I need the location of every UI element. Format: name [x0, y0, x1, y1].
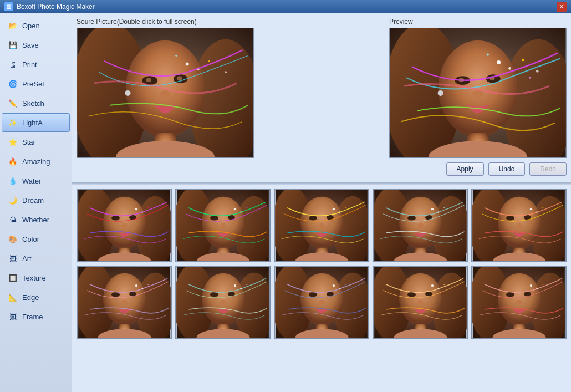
thumb-image — [176, 190, 269, 261]
sketch-icon: ✏️ — [7, 97, 19, 109]
sidebar-label-sketch: Sketch — [22, 99, 44, 108]
svg-point-29 — [497, 60, 501, 64]
svg-point-8 — [160, 90, 171, 98]
svg-point-13 — [197, 68, 200, 70]
svg-point-81 — [437, 211, 439, 213]
svg-point-30 — [508, 67, 511, 70]
svg-point-77 — [417, 223, 424, 228]
art-icon: 🖼 — [7, 252, 19, 264]
svg-point-32 — [536, 70, 539, 73]
thumb-image — [78, 267, 171, 338]
source-section: Soure Picture(Double click to full scree… — [77, 18, 254, 158]
close-button[interactable]: ✕ — [557, 2, 567, 12]
sidebar-item-whether[interactable]: 🌤Whether — [2, 210, 70, 229]
svg-point-74 — [399, 197, 442, 249]
source-image — [77, 28, 253, 157]
svg-point-93 — [536, 211, 538, 213]
thumb-item[interactable] — [274, 266, 369, 339]
sidebar-label-preset: PreSet — [22, 80, 44, 88]
sidebar-label-print: Print — [22, 60, 37, 69]
svg-point-7 — [177, 76, 182, 80]
sidebar-item-water[interactable]: 💧Water — [2, 171, 70, 190]
svg-point-86 — [498, 197, 541, 249]
sidebar-label-water: Water — [22, 177, 41, 185]
sidebar-item-color[interactable]: 🎨Color — [2, 230, 70, 248]
lighta-icon: ✨ — [7, 116, 19, 129]
thumb-item[interactable] — [77, 266, 172, 339]
sidebar-item-frame[interactable]: 🖼Frame — [2, 307, 70, 326]
sidebar-item-art[interactable]: 🖼Art — [2, 249, 70, 268]
sidebar-label-save: Save — [22, 41, 39, 49]
svg-point-34 — [529, 77, 531, 79]
svg-point-45 — [141, 211, 143, 213]
preview-section: Preview — [389, 18, 567, 158]
svg-point-128 — [333, 284, 335, 287]
sidebar-label-color: Color — [22, 235, 39, 243]
svg-point-14 — [208, 60, 210, 62]
sidebar-item-dream[interactable]: 🌙Dream — [2, 191, 70, 210]
svg-point-110 — [202, 273, 244, 325]
svg-point-101 — [121, 300, 128, 305]
thumbnails-panel — [72, 185, 571, 392]
svg-point-125 — [319, 300, 325, 305]
svg-point-87 — [506, 216, 514, 221]
sidebar-label-amazing: Amazing — [22, 157, 50, 166]
svg-point-122 — [300, 273, 343, 325]
preset-icon: 🌀 — [7, 78, 19, 90]
sidebar-item-lighta[interactable]: ✨LightA — [2, 113, 70, 132]
sidebar-item-preset[interactable]: 🌀PreSet — [2, 74, 70, 93]
svg-point-118 — [246, 284, 247, 285]
apply-button[interactable]: Apply — [446, 162, 484, 176]
svg-point-134 — [399, 273, 442, 325]
svg-point-50 — [202, 197, 244, 249]
svg-point-16 — [175, 55, 177, 57]
save-icon: 💾 — [7, 39, 19, 51]
svg-point-98 — [103, 273, 146, 325]
dream-icon: 🌙 — [7, 194, 19, 206]
preview-label: Preview — [389, 18, 567, 26]
svg-point-142 — [443, 284, 445, 285]
svg-point-25 — [472, 90, 483, 98]
svg-point-137 — [417, 300, 424, 305]
redo-button[interactable]: Redo — [529, 162, 567, 176]
whether-icon: 🌤 — [7, 213, 19, 226]
sidebar-label-frame: Frame — [22, 313, 43, 321]
thumb-item[interactable] — [175, 266, 271, 339]
thumb-item[interactable] — [471, 189, 567, 262]
svg-point-92 — [530, 208, 532, 210]
svg-point-146 — [498, 273, 541, 325]
sidebar-label-star: Star — [22, 138, 35, 146]
sidebar-item-amazing[interactable]: 🔥Amazing — [2, 152, 70, 171]
undo-button[interactable]: Undo — [488, 162, 526, 176]
sidebar-item-texture[interactable]: 🔲Texture — [2, 268, 70, 287]
svg-point-147 — [506, 292, 514, 297]
images-row: Soure Picture(Double click to full scree… — [77, 18, 567, 158]
sidebar-item-open[interactable]: 📂Open — [2, 16, 70, 35]
svg-point-140 — [431, 284, 434, 287]
svg-point-38 — [103, 197, 146, 249]
svg-point-117 — [240, 288, 242, 290]
sidebar-item-edge[interactable]: 📐Edge — [2, 288, 70, 307]
sidebar-item-star[interactable]: ⭐Star — [2, 133, 70, 151]
thumb-item[interactable] — [471, 266, 567, 339]
svg-point-82 — [443, 207, 445, 208]
svg-point-106 — [147, 284, 149, 285]
sidebar-item-save[interactable]: 💾Save — [2, 35, 70, 54]
thumb-image — [374, 190, 467, 261]
svg-point-69 — [339, 211, 340, 213]
sidebar-label-texture: Texture — [22, 274, 46, 282]
thumb-item[interactable] — [175, 189, 271, 262]
svg-point-129 — [339, 288, 340, 290]
svg-point-28 — [438, 90, 443, 96]
source-image-frame[interactable] — [77, 28, 254, 158]
sidebar-item-print[interactable]: 🖨Print — [2, 55, 70, 74]
svg-point-39 — [111, 216, 120, 221]
thumb-item[interactable] — [373, 266, 468, 339]
sidebar-item-sketch[interactable]: ✏️Sketch — [2, 94, 70, 113]
thumb-item[interactable] — [373, 189, 468, 262]
thumb-item[interactable] — [274, 189, 369, 262]
thumb-item[interactable] — [77, 189, 172, 262]
svg-point-58 — [246, 207, 247, 208]
texture-icon: 🔲 — [7, 272, 19, 284]
star-icon: ⭐ — [7, 136, 19, 148]
